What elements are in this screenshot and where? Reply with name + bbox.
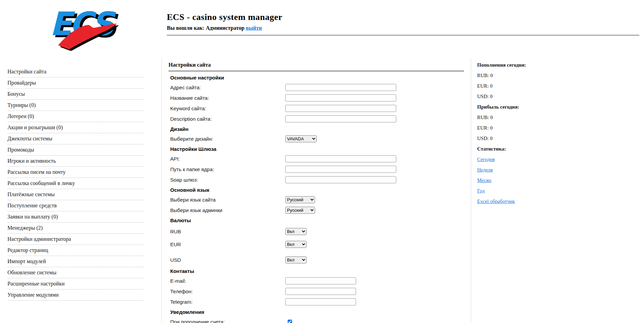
stats-link[interactable]: Неделя bbox=[477, 167, 493, 172]
form-section-header: Основной язык bbox=[170, 185, 464, 194]
sidebar-item-1[interactable]: Провайдеры bbox=[7, 77, 144, 89]
logout-link[interactable]: выйти bbox=[246, 25, 262, 31]
form-row: Адрес сайта: bbox=[170, 82, 464, 93]
stats-header: Статистика: bbox=[477, 146, 579, 153]
form-row: USDВкл bbox=[170, 253, 464, 266]
stats-link-row: Сегодня bbox=[477, 157, 579, 164]
sidebar-item-13[interactable]: Заявки на выплату (0) bbox=[7, 211, 144, 223]
text-input[interactable] bbox=[285, 115, 396, 122]
field-label: Выбери язык сайта bbox=[170, 197, 285, 203]
stats-link[interactable]: Месяц bbox=[477, 178, 491, 183]
form-row: Telegram: bbox=[170, 297, 464, 307]
sidebar-item-11[interactable]: Платёжные системы bbox=[7, 189, 144, 200]
stats-value: RUB: 0 bbox=[477, 115, 579, 122]
login-status-text: Вы вошли как: Администратор bbox=[167, 25, 244, 31]
sidebar-menu: Настройки сайтаПровайдерыБонусыТурниры (… bbox=[7, 66, 144, 301]
form-row: API: bbox=[170, 154, 464, 164]
app-title: ECS - casino system manager bbox=[167, 12, 640, 22]
sidebar-item-8[interactable]: Игроки и активность bbox=[7, 156, 144, 167]
field-label: USD bbox=[170, 257, 285, 263]
page-title: Настройки сайта bbox=[169, 62, 464, 68]
text-input[interactable] bbox=[285, 176, 396, 183]
sidebar-item-2[interactable]: Бонусы bbox=[7, 89, 144, 100]
sidebar-item-7[interactable]: Промокоды bbox=[7, 144, 144, 156]
sidebar-item-16[interactable]: Редактор страниц bbox=[7, 245, 144, 256]
form-row: Soap шлюз: bbox=[170, 175, 464, 185]
select-input[interactable]: Русский bbox=[285, 196, 315, 203]
form-row: Выбери язык админкиРусский bbox=[170, 205, 464, 215]
stats-value: RUB: 0 bbox=[477, 73, 579, 80]
form-section-header: Основные настройки bbox=[170, 73, 464, 82]
stats-link-row: Excel обработчик bbox=[477, 199, 579, 206]
sidebar-item-9[interactable]: Рассылка писем на почту bbox=[7, 167, 144, 178]
stats-value: EUR: 0 bbox=[477, 83, 579, 90]
sidebar-item-5[interactable]: Акции и розыгрыши (0) bbox=[7, 122, 144, 133]
sidebar-item-15[interactable]: Настройки администратора bbox=[7, 234, 144, 245]
field-label: Путь к папке ядра: bbox=[170, 166, 285, 172]
stats-link-row: Неделя bbox=[477, 167, 579, 174]
field-label: Телефон: bbox=[170, 289, 285, 294]
form-section-header: Валюты bbox=[170, 215, 464, 225]
form-section-header: Контакты bbox=[170, 266, 464, 276]
ecs-logo: ECS ECS bbox=[47, 4, 118, 51]
stats-value: USD: 0 bbox=[477, 136, 579, 143]
text-input[interactable] bbox=[285, 288, 356, 295]
text-input[interactable] bbox=[285, 84, 396, 91]
form-row: Название сайта: bbox=[170, 93, 464, 103]
sidebar-item-20[interactable]: Управление модулями bbox=[7, 290, 144, 301]
sidebar-item-12[interactable]: Поступление средств bbox=[7, 200, 144, 211]
login-status: Вы вошли как: Администратор выйти bbox=[167, 25, 640, 31]
field-label: Адрес сайта: bbox=[170, 85, 285, 90]
sidebar-item-19[interactable]: Расширенные настройки bbox=[7, 278, 144, 290]
text-input[interactable] bbox=[285, 277, 356, 284]
stats-header: Пополнения сегодня: bbox=[477, 62, 579, 69]
form-section-header: Уведомления bbox=[170, 307, 464, 317]
field-label: RUB bbox=[170, 229, 285, 234]
stats-value: USD: 0 bbox=[477, 94, 579, 101]
header-divider bbox=[167, 35, 639, 36]
sidebar-item-17[interactable]: Импорт модулей bbox=[7, 256, 144, 267]
form-row: Выберите дизайн:VAVADA bbox=[170, 134, 464, 144]
field-label: API: bbox=[170, 156, 285, 162]
sidebar-item-10[interactable]: Рассылка сообщений в личку bbox=[7, 178, 144, 189]
select-input[interactable]: Вкл bbox=[285, 256, 307, 263]
text-input[interactable] bbox=[285, 105, 396, 112]
sidebar-item-4[interactable]: Лотереи (0) bbox=[7, 111, 144, 122]
stats-link[interactable]: Excel обработчик bbox=[477, 199, 515, 204]
stats-link[interactable]: Сегодня bbox=[477, 157, 495, 162]
text-input[interactable] bbox=[285, 166, 396, 173]
stats-link-row: Месяц bbox=[477, 178, 579, 185]
field-label: Keyword сайта: bbox=[170, 106, 285, 111]
text-input[interactable] bbox=[285, 155, 396, 162]
settings-form: Основные настройкиАдрес сайта:Название с… bbox=[169, 73, 464, 323]
stats-link-row: Год bbox=[477, 188, 579, 195]
page-header: ECS - casino system manager Вы вошли как… bbox=[167, 12, 640, 36]
title-divider bbox=[169, 71, 464, 71]
text-input[interactable] bbox=[285, 298, 356, 305]
form-row: При пополнение счета: bbox=[170, 317, 464, 323]
form-row: Путь к папке ядра: bbox=[170, 164, 464, 175]
form-row: Телефон: bbox=[170, 286, 464, 297]
sidebar-item-0[interactable]: Настройки сайта bbox=[7, 66, 144, 77]
field-label: EUR bbox=[170, 241, 285, 247]
checkbox-input[interactable] bbox=[288, 320, 292, 323]
sidebar-item-3[interactable]: Турниры (0) bbox=[7, 100, 144, 111]
sidebar-item-6[interactable]: Джекпоты системы bbox=[7, 133, 144, 144]
field-label: Выберите дизайн: bbox=[170, 136, 285, 142]
form-row: Выбери язык сайтаРусский bbox=[170, 194, 464, 205]
select-input[interactable]: Вкл bbox=[285, 241, 307, 248]
sidebar-item-14[interactable]: Менеджеры (2) bbox=[7, 223, 144, 234]
select-input[interactable]: Русский bbox=[285, 207, 315, 214]
text-input[interactable] bbox=[285, 94, 396, 101]
select-input[interactable]: VAVADA bbox=[285, 135, 317, 142]
stats-header: Прибыль сегодня: bbox=[477, 104, 579, 111]
stats-link[interactable]: Год bbox=[477, 188, 485, 193]
select-input[interactable]: Вкл bbox=[285, 228, 307, 235]
form-row: E-mail: bbox=[170, 276, 464, 286]
sidebar-item-18[interactable]: Обновление системы bbox=[7, 267, 144, 278]
field-label: При пополнение счета: bbox=[170, 319, 285, 323]
form-row: EURВкл bbox=[170, 238, 464, 251]
form-row: Keyword сайта: bbox=[170, 103, 464, 114]
field-label: Название сайта: bbox=[170, 95, 285, 101]
field-label: Выбери язык админки bbox=[170, 207, 285, 213]
